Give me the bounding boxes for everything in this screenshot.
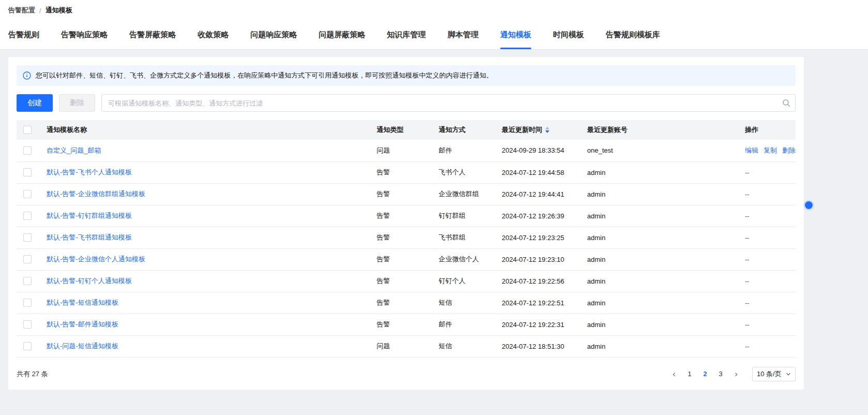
tab-item-4[interactable]: 问题响应策略 — [250, 21, 297, 49]
row-checkbox-cell — [17, 248, 47, 270]
cell-updated-time: 2024-09-29 18:33:54 — [502, 140, 587, 161]
row-action-link[interactable]: 删除 — [782, 146, 796, 154]
tab-item-7[interactable]: 脚本管理 — [447, 21, 478, 49]
cell-notify-type: 告警 — [377, 314, 439, 335]
column-header-label: 通知方式 — [439, 125, 466, 135]
cell-notify-method: 邮件 — [439, 314, 502, 335]
template-name-link[interactable]: 默认-告警-企业微信群组通知模板 — [47, 190, 145, 198]
template-name-link[interactable]: 默认-告警-企业微信个人通知模板 — [47, 255, 145, 263]
cell-actions: -- — [745, 270, 796, 292]
cell-notify-method: 短信 — [439, 292, 502, 314]
page-number-3[interactable]: 3 — [714, 367, 727, 381]
row-checkbox-cell — [17, 270, 47, 292]
cell-notify-method: 邮件 — [439, 140, 502, 161]
row-checkbox[interactable] — [23, 255, 32, 263]
row-action-link[interactable]: 复制 — [764, 146, 777, 154]
prev-page-button[interactable]: ‹ — [667, 367, 681, 381]
search-input[interactable] — [101, 94, 796, 112]
cell-template-name: 默认-告警-飞书群组通知模板 — [47, 227, 377, 248]
row-checkbox[interactable] — [23, 342, 32, 350]
cell-updated-time: 2024-07-12 18:51:30 — [502, 335, 587, 357]
row-checkbox-cell — [17, 335, 47, 357]
tab-item-0[interactable]: 告警规则 — [8, 21, 39, 49]
tab-item-1[interactable]: 告警响应策略 — [61, 21, 108, 49]
cell-actions: -- — [745, 183, 796, 205]
template-name-link[interactable]: 默认-问题-短信通知模板 — [47, 342, 118, 350]
table-row: 默认-告警-企业微信个人通知模板告警企业微信个人2024-07-12 19:23… — [17, 248, 796, 270]
column-header: 操作 — [745, 120, 796, 140]
delete-button[interactable]: 删除 — [59, 94, 95, 112]
column-header[interactable]: 最近更新时间 — [502, 120, 587, 140]
cell-notify-method: 企业微信个人 — [439, 248, 502, 270]
tab-bar: 告警规则告警响应策略告警屏蔽策略收敛策略问题响应策略问题屏蔽策略知识库管理脚本管… — [0, 21, 868, 50]
info-icon — [23, 71, 31, 80]
row-action-link[interactable]: 编辑 — [745, 146, 758, 154]
table-header-row: 通知模板名称通知类型通知方式最近更新时间最近更新账号操作 — [17, 120, 796, 140]
template-name-link[interactable]: 默认-告警-飞书个人通知模板 — [47, 168, 132, 176]
row-checkbox[interactable] — [23, 299, 32, 307]
template-name-link[interactable]: 默认-告警-邮件通知模板 — [47, 320, 118, 328]
cell-actions: 编辑复制删除 — [745, 140, 796, 161]
row-checkbox[interactable] — [23, 320, 32, 329]
cell-updated-account: admin — [587, 183, 745, 205]
sort-caret-icon[interactable] — [545, 127, 549, 133]
table-row: 默认-问题-短信通知模板问题短信2024-07-12 18:51:30admin… — [17, 335, 796, 357]
create-button[interactable]: 创建 — [17, 94, 53, 112]
tab-item-2[interactable]: 告警屏蔽策略 — [129, 21, 176, 49]
no-actions-placeholder: -- — [745, 277, 750, 285]
cell-actions: -- — [745, 292, 796, 314]
search-icon[interactable] — [782, 99, 790, 107]
cell-notify-method: 飞书群组 — [439, 227, 502, 248]
column-header-label: 最近更新时间 — [502, 125, 542, 135]
cell-template-name: 默认-告警-钉钉个人通知模板 — [47, 270, 377, 292]
cell-updated-account: one_test — [587, 140, 745, 161]
template-name-link[interactable]: 自定义_问题_邮箱 — [47, 146, 101, 154]
template-name-link[interactable]: 默认-告警-钉钉群组通知模板 — [47, 212, 132, 219]
row-checkbox[interactable] — [23, 146, 32, 155]
tab-item-9[interactable]: 时间模板 — [553, 21, 584, 49]
row-checkbox[interactable] — [23, 277, 32, 285]
tab-item-5[interactable]: 问题屏蔽策略 — [319, 21, 365, 49]
table-row: 默认-告警-企业微信群组通知模板告警企业微信群组2024-07-12 19:44… — [17, 183, 796, 205]
cell-updated-account: admin — [587, 314, 745, 335]
drawer-handle[interactable] — [805, 201, 813, 209]
cell-actions: -- — [745, 248, 796, 270]
cell-template-name: 默认-告警-企业微信个人通知模板 — [47, 248, 377, 270]
cell-updated-account: admin — [587, 205, 745, 227]
tab-item-6[interactable]: 知识库管理 — [387, 21, 426, 49]
page-size-select[interactable]: 10 条/页 — [752, 367, 796, 381]
row-checkbox[interactable] — [23, 190, 32, 198]
column-header-label: 通知模板名称 — [47, 125, 87, 135]
page-number-2[interactable]: 2 — [698, 367, 712, 381]
column-header: 通知模板名称 — [47, 120, 377, 140]
template-name-link[interactable]: 默认-告警-短信通知模板 — [47, 299, 118, 306]
template-name-link[interactable]: 默认-告警-飞书群组通知模板 — [47, 233, 132, 241]
tab-item-3[interactable]: 收敛策略 — [198, 21, 229, 49]
page-size-value: 10 条/页 — [757, 369, 782, 379]
page-number-1[interactable]: 1 — [683, 367, 696, 381]
select-all-checkbox[interactable] — [23, 126, 32, 134]
tab-item-8[interactable]: 通知模板 — [500, 21, 531, 49]
content-card: 您可以针对邮件、短信、钉钉、飞书、企微方式定义多个通知模板，在响应策略中通知方式… — [8, 57, 804, 390]
row-checkbox[interactable] — [23, 212, 32, 220]
cell-updated-account: admin — [587, 227, 745, 248]
row-checkbox[interactable] — [23, 168, 32, 176]
toolbar: 创建 删除 — [17, 94, 796, 112]
cell-actions: -- — [745, 314, 796, 335]
cell-updated-time: 2024-07-12 19:22:31 — [502, 314, 587, 335]
no-actions-placeholder: -- — [745, 190, 750, 198]
row-checkbox[interactable] — [23, 233, 32, 242]
no-actions-placeholder: -- — [745, 234, 750, 242]
column-header: 最近更新账号 — [587, 120, 745, 140]
column-header-label: 最近更新账号 — [587, 125, 627, 135]
pagination-bar: 共有 27 条 ‹ 123 › 10 条/页 — [17, 367, 796, 381]
table-body: 自定义_问题_邮箱问题邮件2024-09-29 18:33:54one_test… — [17, 140, 796, 357]
cell-template-name: 默认-告警-企业微信群组通知模板 — [47, 183, 377, 205]
template-name-link[interactable]: 默认-告警-钉钉个人通知模板 — [47, 277, 132, 285]
tab-item-10[interactable]: 告警规则模板库 — [606, 21, 660, 49]
cell-template-name: 默认-告警-邮件通知模板 — [47, 314, 377, 335]
breadcrumb-parent[interactable]: 告警配置 — [8, 6, 35, 15]
table-row: 默认-告警-飞书群组通知模板告警飞书群组2024-07-12 19:23:25a… — [17, 227, 796, 248]
select-all-cell — [17, 120, 47, 140]
next-page-button[interactable]: › — [729, 367, 743, 381]
